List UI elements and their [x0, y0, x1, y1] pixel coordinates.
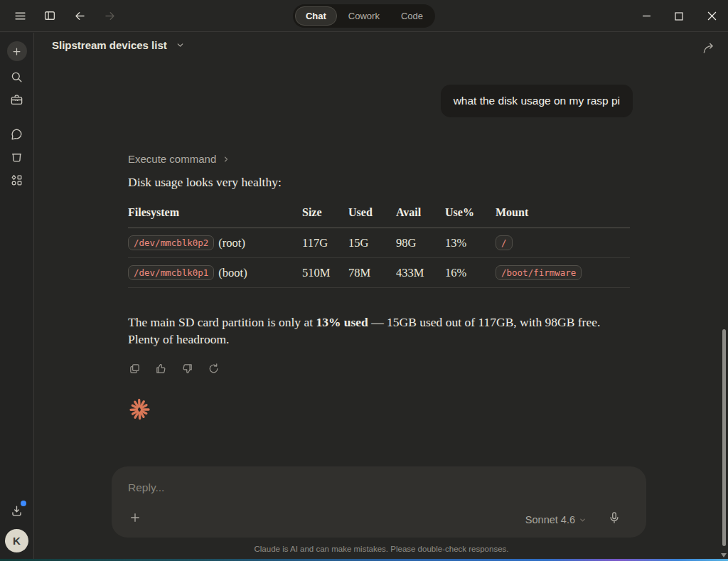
- notification-dot: [21, 501, 26, 506]
- summary-bold: 13% used: [316, 315, 368, 329]
- projects-icon[interactable]: [6, 146, 28, 169]
- avail-cell: 98G: [396, 228, 445, 258]
- scrollbar-thumb[interactable]: [722, 329, 726, 546]
- table-header-row: Filesystem Size Used Avail Use% Mount: [128, 203, 630, 228]
- assistant-summary-text: The main SD card partition is only at 13…: [128, 314, 630, 348]
- chevron-down-icon: [579, 516, 587, 524]
- size-cell: 510M: [302, 258, 348, 288]
- disk-usage-table: Filesystem Size Used Avail Use% Mount /d…: [128, 203, 630, 288]
- download-update-icon[interactable]: [6, 499, 28, 522]
- copy-icon[interactable]: [126, 360, 143, 377]
- forward-arrow-icon[interactable]: [100, 6, 119, 26]
- chevron-right-icon: [222, 155, 230, 164]
- model-selector[interactable]: Sonnet 4.6: [525, 514, 587, 525]
- tab-code[interactable]: Code: [391, 6, 433, 26]
- attach-plus-icon[interactable]: [124, 507, 146, 528]
- thumbs-up-icon[interactable]: [152, 360, 169, 377]
- used-cell: 78M: [348, 258, 396, 288]
- mount-code: /: [496, 235, 513, 250]
- back-arrow-icon[interactable]: [70, 6, 90, 26]
- maximize-button[interactable]: [663, 0, 695, 32]
- avail-cell: 433M: [396, 258, 445, 288]
- assistant-intro-text: Disk usage looks very healthy:: [128, 175, 282, 190]
- user-message-bubble: what the disk usage on my rasp pi: [441, 85, 633, 117]
- search-icon[interactable]: [6, 65, 28, 88]
- summary-prefix: The main SD card partition is only at: [128, 315, 316, 329]
- col-avail: Avail: [396, 203, 445, 228]
- tool-call-toggle[interactable]: Execute command: [128, 153, 230, 165]
- sidebar-toggle-icon[interactable]: [40, 6, 60, 26]
- toolbox-icon[interactable]: [6, 88, 28, 111]
- tool-call-label: Execute command: [128, 153, 216, 165]
- chats-icon[interactable]: [6, 123, 28, 146]
- hamburger-menu-icon[interactable]: [10, 6, 30, 26]
- table-row: /dev/mmcblk0p2(root) 117G 15G 98G 13% /: [128, 228, 630, 258]
- new-chat-button[interactable]: [7, 41, 27, 61]
- col-filesystem: Filesystem: [128, 203, 302, 228]
- tab-chat[interactable]: Chat: [295, 6, 337, 26]
- use-pct-cell: 13%: [445, 228, 496, 258]
- reply-input[interactable]: Reply...: [128, 481, 630, 494]
- microphone-icon[interactable]: [604, 507, 625, 528]
- chat-column: what the disk usage on my rasp pi Execut…: [112, 33, 646, 561]
- mode-tab-group: Chat Cowork Code: [293, 4, 435, 28]
- reply-composer[interactable]: Reply... Sonnet 4.6: [112, 466, 646, 538]
- main-content: Slipstream devices list what the disk us…: [35, 33, 728, 561]
- model-name: Sonnet 4.6: [525, 514, 575, 525]
- col-use-pct: Use%: [445, 203, 496, 228]
- filesystem-note: (root): [218, 236, 245, 250]
- mount-code: /boot/firmware: [496, 265, 582, 280]
- size-cell: 117G: [302, 228, 348, 258]
- close-button[interactable]: [695, 0, 728, 32]
- connectors-icon[interactable]: [6, 169, 28, 191]
- filesystem-code: /dev/mmcblk0p2: [128, 235, 214, 250]
- use-pct-cell: 16%: [445, 258, 496, 288]
- ai-disclaimer: Claude is AI and can make mistakes. Plea…: [35, 545, 728, 553]
- thumbs-down-icon[interactable]: [178, 360, 196, 377]
- col-size: Size: [302, 203, 348, 228]
- title-bar: Chat Cowork Code: [0, 0, 728, 32]
- avatar[interactable]: K: [5, 529, 28, 552]
- table-row: /dev/mmcblk0p1(boot) 510M 78M 433M 16% /…: [128, 258, 630, 288]
- scrollbar-down-arrow[interactable]: [721, 553, 727, 557]
- col-mount: Mount: [496, 203, 630, 228]
- filesystem-note: (boot): [218, 266, 247, 279]
- col-used: Used: [348, 203, 396, 228]
- sidebar: K: [0, 33, 34, 561]
- minimize-button[interactable]: [630, 0, 663, 32]
- tab-cowork[interactable]: Cowork: [338, 6, 390, 26]
- message-actions: [126, 360, 222, 377]
- claude-spark-icon: [126, 396, 153, 423]
- used-cell: 15G: [348, 228, 396, 258]
- filesystem-code: /dev/mmcblk0p1: [128, 265, 214, 280]
- share-icon[interactable]: [702, 41, 716, 55]
- retry-icon[interactable]: [205, 360, 222, 377]
